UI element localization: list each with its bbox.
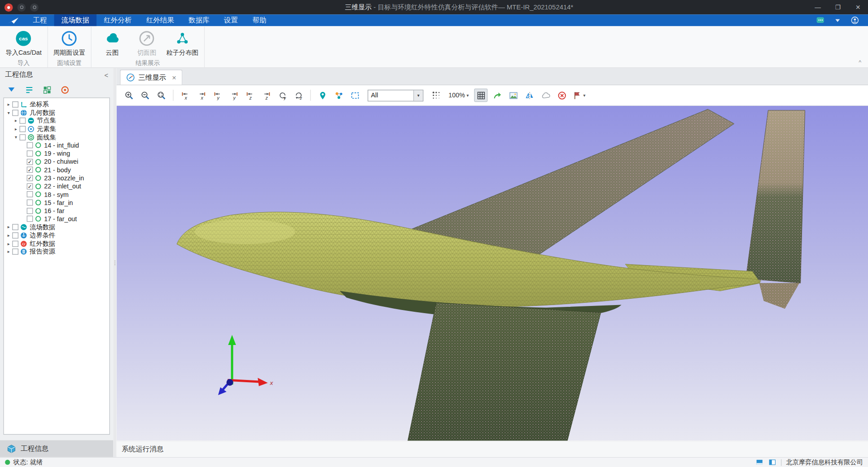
panel-splitter[interactable]: ⋮: [113, 68, 116, 457]
grid-icon[interactable]: [474, 89, 488, 102]
tree-item-14 - int_fluid[interactable]: 14 - int_fluid: [4, 141, 110, 149]
tree-item-流场数据[interactable]: ▸流场数据: [4, 223, 110, 231]
tree-expander-icon[interactable]: ▸: [5, 225, 12, 230]
locate-target-icon[interactable]: [60, 84, 70, 95]
zoom-in-icon[interactable]: [122, 89, 136, 102]
tree-checkbox[interactable]: [20, 126, 26, 132]
tree-checkbox[interactable]: [12, 224, 18, 231]
tree-expander-icon[interactable]: ▸: [5, 241, 12, 246]
tree-expander-icon[interactable]: ▸: [13, 118, 19, 123]
view-y-neg-icon[interactable]: y: [211, 89, 224, 102]
tree-item-21 - body[interactable]: ✓21 - body: [4, 166, 110, 174]
tree-item-19 - wing[interactable]: 19 - wing: [4, 149, 110, 157]
tree-item-23 - nozzle_in[interactable]: ✓23 - nozzle_in: [4, 174, 110, 182]
menu-item-流场数据[interactable]: 流场数据: [54, 14, 96, 26]
tree-expander-icon[interactable]: ▸: [5, 233, 12, 238]
menu-item-红外分析[interactable]: 红外分析: [96, 14, 139, 26]
tree-expander-icon[interactable]: ▾: [13, 135, 19, 140]
tree-item-22 - inlet_out[interactable]: ✓22 - inlet_out: [4, 182, 110, 190]
zoom-level-combo[interactable]: 100% ▾: [446, 92, 472, 99]
minimize-button[interactable]: —: [808, 0, 828, 14]
cloud-outline-icon[interactable]: [539, 89, 552, 102]
viewport-3d[interactable]: x: [117, 106, 868, 441]
forward-arrow-icon[interactable]: [491, 89, 504, 102]
layout-split-icon[interactable]: [768, 458, 777, 467]
view-z-pos-icon[interactable]: z: [259, 89, 273, 102]
tree-checkbox[interactable]: [12, 232, 18, 239]
marker-dropdown[interactable]: ▾: [573, 91, 586, 100]
tab-3d-view[interactable]: 三维显示 ✕: [120, 70, 183, 85]
tree-checkbox[interactable]: [27, 208, 33, 214]
tree-item-边界条件[interactable]: ▸边界条件: [4, 231, 110, 240]
tree-item-15 - far_in[interactable]: 15 - far_in: [4, 199, 110, 207]
zoom-out-icon[interactable]: [138, 89, 152, 102]
ribbon-collapse-button[interactable]: ^: [859, 60, 861, 65]
ribbon-button-云图[interactable]: 云图: [95, 29, 129, 57]
tree-item-红外数据[interactable]: ▸红外数据: [4, 240, 110, 248]
recorder-icon[interactable]: [4, 3, 13, 12]
ribbon-button-切面图[interactable]: 切面图: [129, 29, 164, 57]
tree-checkbox[interactable]: [27, 216, 33, 222]
tree-checkbox[interactable]: [12, 109, 18, 116]
ribbon-button-周期面设置[interactable]: 周期面设置: [51, 29, 88, 57]
tree-checkbox[interactable]: [20, 118, 26, 124]
assembly-icon[interactable]: [332, 89, 346, 102]
titlebar-tool-icon-2[interactable]: [30, 3, 39, 12]
layout-blue-icon[interactable]: [755, 458, 764, 467]
tree-item-节点集[interactable]: ▸节点集: [4, 117, 110, 125]
tree-checkbox[interactable]: ✓: [27, 175, 33, 181]
view-x-pos-icon[interactable]: x: [195, 89, 208, 102]
display-filter-combo[interactable]: All ▾: [368, 89, 423, 101]
tree-checkbox[interactable]: [27, 200, 33, 206]
tree-checkbox[interactable]: [27, 150, 33, 157]
rotate-cw-icon[interactable]: z: [292, 89, 305, 102]
grid-view-icon[interactable]: [42, 84, 53, 95]
tab-close-icon[interactable]: ✕: [172, 74, 176, 81]
close-button[interactable]: ✕: [848, 0, 868, 14]
maximize-button[interactable]: ❐: [828, 0, 848, 14]
tree-item-面线集[interactable]: ▾面线集: [4, 133, 110, 141]
tree-item-坐标系[interactable]: ▸坐标系: [4, 100, 110, 109]
locate-pin-icon[interactable]: [316, 89, 329, 102]
view-y-pos-icon[interactable]: y: [227, 89, 241, 102]
titlebar-tool-icon-1[interactable]: [18, 3, 26, 12]
caret-down-icon[interactable]: [831, 13, 844, 27]
tree-checkbox[interactable]: ✓: [27, 159, 33, 165]
tree-checkbox[interactable]: ✓: [27, 183, 33, 189]
tree-item-元素集[interactable]: ▸元素集: [4, 125, 110, 133]
cancel-icon[interactable]: [555, 89, 569, 102]
tree-checkbox[interactable]: [12, 249, 18, 255]
mirror-icon[interactable]: [523, 89, 536, 102]
halftone-icon[interactable]: [430, 89, 443, 102]
user-circle-icon[interactable]: [848, 13, 861, 27]
tree-expander-icon[interactable]: ▸: [13, 127, 19, 131]
menu-item-帮助[interactable]: 帮助: [245, 14, 273, 26]
combo-dropdown-button[interactable]: ▾: [413, 90, 423, 101]
region-select-icon[interactable]: [348, 89, 362, 102]
tree-checkbox[interactable]: [27, 142, 33, 148]
view-x-neg-icon[interactable]: x: [179, 89, 192, 102]
tree-item-16 - far[interactable]: 16 - far: [4, 207, 110, 215]
project-panel-bottom-tab[interactable]: 工程信息: [0, 440, 113, 457]
tree-checkbox[interactable]: ✓: [27, 167, 33, 173]
menu-item-数据库[interactable]: 数据库: [181, 14, 217, 26]
view-z-neg-icon[interactable]: z: [243, 89, 257, 102]
ribbon-button-导入Cas/Dat[interactable]: cas导入Cas/Dat: [3, 29, 44, 57]
tree-checkbox[interactable]: [12, 101, 18, 108]
viewport-canvas[interactable]: x: [117, 106, 868, 441]
tree-checkbox[interactable]: [12, 240, 18, 247]
ribbon-button-粒子分布图[interactable]: 粒子分布图: [164, 29, 200, 57]
tree-item-18 - sym[interactable]: 18 - sym: [4, 190, 110, 198]
tree-checkbox[interactable]: [20, 134, 26, 140]
zoom-fit-icon[interactable]: [154, 89, 168, 102]
menu-item-红外结果[interactable]: 红外结果: [139, 14, 181, 26]
tree-item-几何数据[interactable]: ▾几何数据: [4, 109, 110, 117]
list-view-icon[interactable]: [24, 84, 35, 95]
tree-item-20 - chuiwei[interactable]: ✓20 - chuiwei: [4, 157, 110, 166]
panel-collapse-button[interactable]: <: [104, 71, 108, 79]
tree-item-17 - far_out[interactable]: 17 - far_out: [4, 215, 110, 223]
chat-icon[interactable]: [813, 13, 827, 27]
tree-expander-icon[interactable]: ▾: [5, 110, 12, 115]
rotate-ccw-icon[interactable]: y: [276, 89, 289, 102]
tree-expander-icon[interactable]: ▸: [5, 249, 12, 254]
